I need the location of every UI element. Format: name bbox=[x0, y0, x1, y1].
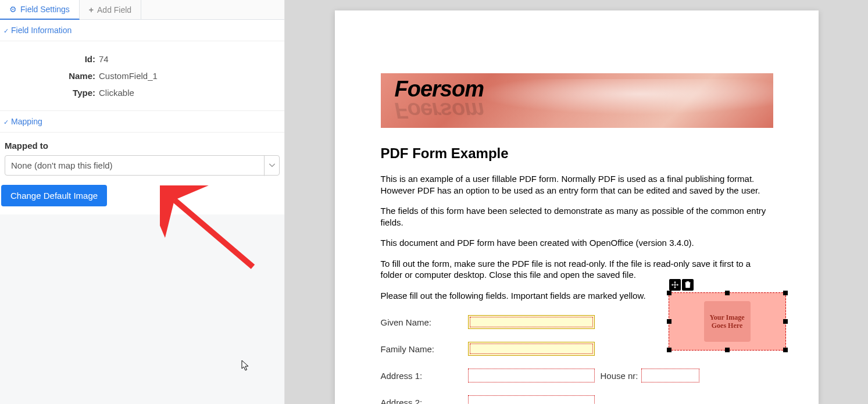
pdf-paragraph: The fields of this form have been select… bbox=[381, 205, 773, 228]
section-header-mapping[interactable]: Mapping bbox=[0, 111, 284, 133]
tab-add-field[interactable]: Add Field bbox=[80, 0, 141, 19]
form-label-given-name: Given Name: bbox=[381, 317, 468, 327]
section-header-field-info[interactable]: Field Information bbox=[0, 20, 284, 41]
section-title: Mapping bbox=[11, 117, 42, 126]
check-icon bbox=[3, 26, 9, 35]
tabs: Field Settings Add Field bbox=[0, 0, 284, 20]
image-placeholder-field[interactable]: Your Image Goes Here bbox=[669, 292, 786, 351]
address2-field[interactable] bbox=[468, 395, 595, 404]
family-name-field[interactable] bbox=[468, 342, 595, 356]
house-nr-field[interactable] bbox=[641, 369, 699, 382]
delete-button[interactable] bbox=[682, 279, 694, 291]
banner-logo: Foersom bbox=[395, 77, 484, 102]
given-name-field[interactable] bbox=[468, 315, 595, 329]
check-icon bbox=[3, 117, 9, 126]
form-label-address2: Address 2: bbox=[381, 398, 468, 405]
preview-area[interactable]: Foersom Foersom PDF Form Example This is… bbox=[285, 0, 868, 404]
pdf-paragraph: This document and PDF form have been cre… bbox=[381, 237, 773, 249]
plus-icon bbox=[89, 5, 94, 15]
mapped-to-select[interactable]: None (don't map this field) bbox=[5, 155, 280, 176]
mapping-body: Mapped to None (don't map this field) Ch… bbox=[0, 133, 284, 214]
pdf-paragraph: This is an example of a user fillable PD… bbox=[381, 173, 773, 196]
type-value: Clickable bbox=[99, 88, 134, 98]
type-label: Type: bbox=[12, 88, 99, 98]
tab-field-settings[interactable]: Field Settings bbox=[0, 0, 80, 20]
placeholder-text-line1: Your Image bbox=[709, 313, 744, 321]
pdf-page: Foersom Foersom PDF Form Example This is… bbox=[335, 10, 819, 404]
pdf-content: PDF Form Example This is an example of a… bbox=[335, 128, 819, 404]
form-label-address1: Address 1: bbox=[381, 371, 468, 381]
cursor-icon bbox=[241, 360, 251, 374]
name-label: Name: bbox=[12, 71, 99, 81]
id-label: Id: bbox=[12, 54, 99, 64]
sidebar: Field Settings Add Field Field Informati… bbox=[0, 0, 285, 404]
pdf-title: PDF Form Example bbox=[381, 145, 773, 162]
move-button[interactable] bbox=[669, 279, 681, 291]
gear-icon bbox=[9, 5, 17, 14]
form-label-house-nr: House nr: bbox=[601, 371, 641, 381]
placeholder-text-line2: Goes Here bbox=[712, 321, 742, 330]
tab-label: Field Settings bbox=[20, 5, 70, 14]
sidebar-empty-area bbox=[0, 214, 284, 404]
placeholder-toolbar bbox=[669, 279, 694, 291]
field-info-body: Id: 74 Name: CustomField_1 Type: Clickab… bbox=[0, 41, 284, 111]
name-value: CustomField_1 bbox=[99, 71, 158, 81]
tab-label: Add Field bbox=[97, 5, 131, 15]
select-value[interactable]: None (don't map this field) bbox=[5, 155, 280, 176]
pdf-paragraph: To fill out the form, make sure the PDF … bbox=[381, 258, 773, 281]
address1-field[interactable] bbox=[468, 369, 595, 382]
pdf-banner: Foersom Foersom bbox=[381, 73, 773, 128]
id-value: 74 bbox=[99, 54, 109, 64]
placeholder-graphic: Your Image Goes Here bbox=[704, 301, 751, 342]
change-default-image-button[interactable]: Change Default Image bbox=[1, 185, 107, 206]
form-label-family-name: Family Name: bbox=[381, 344, 468, 354]
section-title: Field Information bbox=[11, 26, 72, 35]
mapped-to-label: Mapped to bbox=[5, 141, 280, 151]
